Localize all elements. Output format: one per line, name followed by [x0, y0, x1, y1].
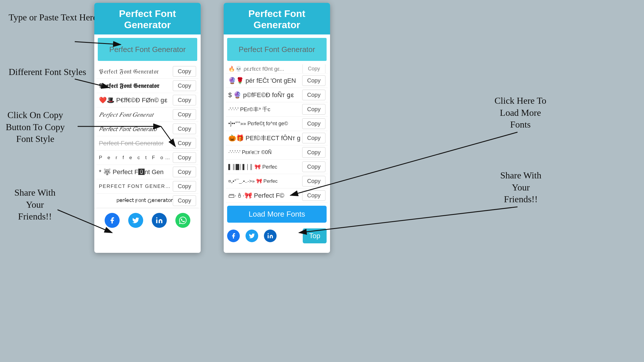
- partial-copy-btn[interactable]: Copy: [302, 64, 325, 74]
- right-phone-title: Perfect Font Generator: [228, 8, 325, 30]
- font-row-3: ❤️🎩 P€ff€©Ð FØn© gɛ Copy: [97, 93, 198, 107]
- input-text: Perfect Font Generator: [109, 45, 186, 54]
- annotation-click-copy: Click On CopyButton To CopyFont Style: [6, 109, 65, 145]
- left-phone-header: Perfect Font Generator: [94, 3, 201, 34]
- right-font-text-2: $ 🔮 p©fFE©Ð foÑт ɡɛ: [228, 91, 302, 99]
- left-phone-title: Perfect Font Generator: [99, 8, 196, 30]
- copy-btn-4[interactable]: Copy: [173, 109, 196, 120]
- top-button[interactable]: Top: [303, 228, 327, 243]
- annotation-share-left: Share WithYourFriends!!: [14, 187, 55, 223]
- annotation-type-paste: Type or Paste Text Here: [9, 11, 97, 24]
- font-text-10: ɹoʇɐɹǝuǝ⅁ ʇuoℲ ʇɔǝɟɹǝd: [99, 198, 173, 204]
- font-text-1: 𝔓𝔢𝔯𝔣𝔢𝔠𝔱 𝔉𝔬𝔫𝔱 𝔊𝔢𝔫𝔢𝔯𝔞𝔱𝔬𝔯: [99, 68, 173, 75]
- font-text-9: PERFECT FONT GENERATOR: [99, 184, 173, 189]
- right-font-text-6: ·'·'·'·'·' Ρεя'e□т ©0Ñ: [228, 149, 302, 155]
- copy-btn-9[interactable]: Copy: [173, 181, 196, 192]
- annotation-diff-fonts: Different Font Styles: [9, 66, 86, 78]
- right-phone: Perfect Font Generator Perfect Font Gene…: [224, 3, 330, 253]
- twitter-icon-right[interactable]: [246, 230, 258, 242]
- right-copy-btn-6[interactable]: Copy: [302, 147, 325, 158]
- copy-btn-10[interactable]: Copy: [173, 195, 196, 206]
- right-font-row-6: ·'·'·'·'·' Ρεя'e□т ©0Ñ Copy: [226, 145, 328, 160]
- right-copy-btn-9[interactable]: Copy: [302, 190, 325, 201]
- right-copy-btn-5[interactable]: Copy: [302, 133, 325, 143]
- annotation-click-load: Click Here ToLoad MoreFonts: [494, 95, 546, 131]
- font-text-6: Perfect Font Generator: [99, 140, 173, 147]
- right-font-text-7: ▌║█│▌│║ 🎀 Perfec: [228, 164, 302, 170]
- right-copy-btn-4[interactable]: Copy: [302, 118, 325, 129]
- right-phone-footer: Top: [224, 226, 330, 246]
- right-phone-header: Perfect Font Generator: [224, 3, 330, 34]
- left-phone-input[interactable]: Perfect Font Generator: [98, 38, 197, 61]
- right-font-text-3: ·'·'·'·' ΡΕr©丰ᵃ 千c: [228, 106, 302, 113]
- right-font-row-5: 🎃🎁 ΡΕf©丰ECT fÔNт g Copy: [226, 131, 328, 145]
- font-row-2: 𝕻𝖊𝖗𝖋𝖊𝖈𝖙 𝕱𝖔𝖓𝖙 𝕲𝖊𝖓𝖊𝖗𝖆𝖙𝖔𝖗 Copy: [97, 79, 198, 93]
- copy-btn-6[interactable]: Copy: [173, 138, 196, 149]
- left-phone: Perfect Font Generator Perfect Font Gene…: [94, 3, 201, 253]
- annotation-share-right: Share WithYourFriends!!: [500, 170, 541, 205]
- right-phone-input[interactable]: Perfect Font Generator: [227, 38, 327, 61]
- font-row-6: Perfect Font Generator Copy: [97, 136, 198, 151]
- right-font-row-9: 🗃·🕯·🎀 Perfect F© Copy: [226, 188, 328, 203]
- copy-btn-1[interactable]: Copy: [173, 66, 196, 77]
- copy-btn-5[interactable]: Copy: [173, 124, 196, 134]
- font-text-4: 𝑃𝑒𝑟𝑓𝑒𝑐𝑡 𝐹𝑜𝑛𝑡 𝐺𝑒𝑛𝑒𝑟𝑎𝑡: [99, 111, 173, 118]
- font-text-5: 𝘗𝘦𝘳𝘧𝘦𝘤𝘵 𝘍𝘰𝘯𝘵 𝘎𝘦𝘯𝘦𝘳𝘢𝘵𝘰: [99, 125, 173, 133]
- copy-btn-2[interactable]: Copy: [173, 80, 196, 91]
- right-font-text-5: 🎃🎁 ΡΕf©丰ECT fÔNт g: [228, 134, 302, 143]
- font-row-4: 𝑃𝑒𝑟𝑓𝑒𝑐𝑡 𝐹𝑜𝑛𝑡 𝐺𝑒𝑛𝑒𝑟𝑎𝑡 Copy: [97, 107, 198, 122]
- partial-font-text: 🔥💀 ρεɾfεcτ fΘnt gε...: [228, 66, 302, 72]
- right-font-row-7: ▌║█│▌│║ 🎀 Perfec Copy: [226, 160, 328, 174]
- font-text-8: * 🐺 Perfect F🅾nt Gen: [99, 168, 173, 176]
- partial-font-row: 🔥💀 ρεɾfεcτ fΘnt gε... Copy: [226, 64, 328, 74]
- copy-btn-8[interactable]: Copy: [173, 167, 196, 177]
- whatsapp-icon-left[interactable]: [175, 213, 190, 228]
- font-row-1: 𝔓𝔢𝔯𝔣𝔢𝔠𝔱 𝔉𝔬𝔫𝔱 𝔊𝔢𝔫𝔢𝔯𝔞𝔱𝔬𝔯 Copy: [97, 64, 198, 79]
- right-font-text-8: ¤„•°¯_.•..->» 🎀 Perfec: [228, 178, 302, 184]
- font-text-2: 𝕻𝖊𝖗𝖋𝖊𝖈𝖙 𝕱𝖔𝖓𝖙 𝕲𝖊𝖓𝖊𝖗𝖆𝖙𝖔𝖗: [99, 82, 173, 90]
- right-copy-btn-8[interactable]: Copy: [302, 176, 325, 186]
- twitter-icon-left[interactable]: [128, 213, 143, 228]
- copy-btn-7[interactable]: Copy: [173, 152, 196, 163]
- font-row-10: ɹoʇɐɹǝuǝ⅁ ʇuoℲ ʇɔǝɟɹǝd Copy: [97, 194, 198, 208]
- right-copy-btn-3[interactable]: Copy: [302, 104, 325, 115]
- right-font-text-4: •]••°'°»» Ρεrfe©ţ fo^nt ge©: [228, 121, 302, 127]
- facebook-icon-right[interactable]: [227, 230, 240, 242]
- right-input-text: Perfect Font Generator: [239, 45, 315, 54]
- facebook-icon-left[interactable]: [105, 213, 120, 228]
- right-font-row-4: •]••°'°»» Ρεrfe©ţ fo^nt ge© Copy: [226, 117, 328, 131]
- load-more-button[interactable]: Load More Fonts: [227, 206, 327, 223]
- font-text-7: P e r f e c t F o n t: [99, 155, 173, 161]
- font-row-5: 𝘗𝘦𝘳𝘧𝘦𝘤𝘵 𝘍𝘰𝘯𝘵 𝘎𝘦𝘯𝘦𝘳𝘢𝘵𝘰 Copy: [97, 122, 198, 136]
- font-row-8: * 🐺 Perfect F🅾nt Gen Copy: [97, 165, 198, 179]
- right-copy-btn-7[interactable]: Copy: [302, 161, 325, 172]
- right-social-bar: [227, 230, 277, 242]
- right-font-text-9: 🗃·🕯·🎀 Perfect F©: [228, 192, 302, 199]
- right-font-row-3: ·'·'·'·' ΡΕr©丰ᵃ 千c Copy: [226, 102, 328, 117]
- svg-point-0: [156, 217, 157, 218]
- right-copy-btn-2[interactable]: Copy: [302, 90, 325, 100]
- linkedin-icon-left[interactable]: [152, 213, 167, 228]
- svg-point-1: [268, 233, 269, 234]
- right-font-text-1: 🔮🌹 pér fEČt 'Ont gEN: [228, 77, 302, 84]
- right-copy-btn-1[interactable]: Copy: [302, 75, 325, 86]
- font-row-9: PERFECT FONT GENERATOR Copy: [97, 179, 198, 194]
- left-phone-social-bar: [94, 208, 201, 231]
- linkedin-icon-right[interactable]: [264, 230, 277, 242]
- right-font-row-8: ¤„•°¯_.•..->» 🎀 Perfec Copy: [226, 174, 328, 188]
- font-text-3: ❤️🎩 P€ff€©Ð FØn© gɛ: [99, 97, 173, 104]
- right-font-row-1: 🔮🌹 pér fEČt 'Ont gEN Copy: [226, 74, 328, 88]
- font-row-7: P e r f e c t F o n t Copy: [97, 151, 198, 165]
- copy-btn-3[interactable]: Copy: [173, 95, 196, 105]
- right-font-row-2: $ 🔮 p©fFE©Ð foÑт ɡɛ Copy: [226, 88, 328, 102]
- svg-line-8: [299, 207, 518, 233]
